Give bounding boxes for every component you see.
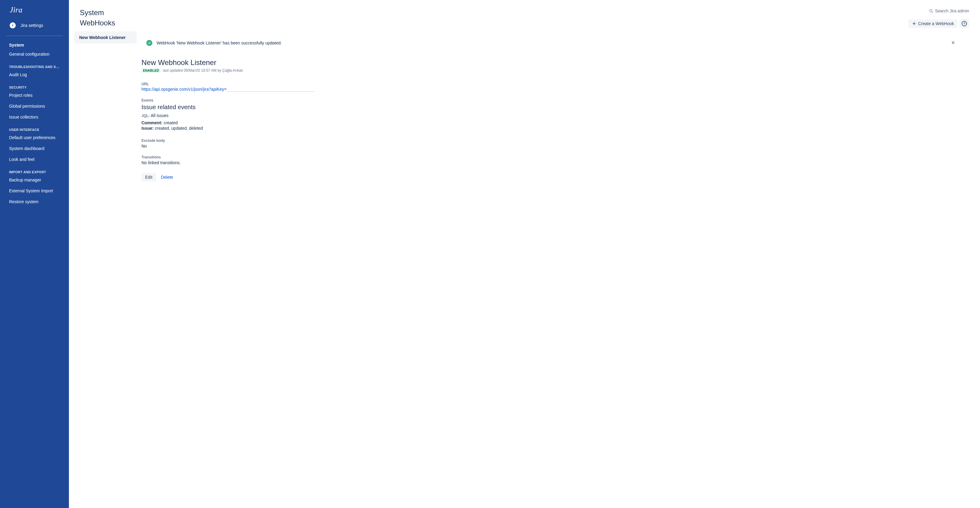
transitions-label: Transitions <box>142 155 969 159</box>
url-section: URL https://api.opsgenie.com/v1/json/jir… <box>142 82 969 92</box>
event-comment-value: created <box>164 120 178 125</box>
page-title: System <box>80 8 115 17</box>
help-button[interactable]: ? <box>959 19 969 29</box>
back-arrow-icon <box>10 22 16 29</box>
header-actions: Create a WebHook ? <box>908 19 969 29</box>
success-alert: WebHook 'New Webhook Listener' has been … <box>142 36 969 50</box>
page-header: System WebHooks Search Jira admin Create… <box>69 0 980 32</box>
nav-external-system-import[interactable]: External System Import <box>0 185 69 196</box>
page-subtitle: WebHooks <box>80 19 115 27</box>
webhook-list-item[interactable]: New Webhook Listener <box>74 32 137 43</box>
alert-content: WebHook 'New Webhook Listener' has been … <box>146 40 282 46</box>
nav-heading-troubleshooting: TROUBLESHOOTING AND SUPP… <box>0 60 69 69</box>
app-root: Jira Jira settings System General config… <box>0 0 980 508</box>
jql-label: JQL: <box>142 114 150 118</box>
create-webhook-label: Create a WebHook <box>918 21 954 26</box>
content-row: New Webhook Listener WebHook 'New Webhoo… <box>69 32 980 508</box>
back-to-settings[interactable]: Jira settings <box>0 19 69 32</box>
admin-search[interactable]: Search Jira admin <box>929 8 969 13</box>
alert-close-button[interactable] <box>951 39 955 46</box>
help-icon: ? <box>962 21 967 26</box>
close-icon <box>951 40 955 45</box>
event-issue-label: Issue: <box>142 126 154 131</box>
sidebar-divider <box>6 36 63 36</box>
event-row-issue: Issue: created, updated, deleted <box>142 126 969 131</box>
nav-heading-ui: USER INTERFACE <box>0 123 69 132</box>
nav-issue-collectors[interactable]: Issue collectors <box>0 111 69 123</box>
search-icon <box>929 9 933 13</box>
events-label: Events <box>142 98 969 102</box>
nav-heading-security: SECURITY <box>0 80 69 90</box>
nav-audit-log[interactable]: Audit Log <box>0 69 69 80</box>
nav-system-dashboard[interactable]: System dashboard <box>0 143 69 154</box>
header-right: Search Jira admin Create a WebHook ? <box>908 8 969 29</box>
events-group-title: Issue related events <box>142 104 969 111</box>
nav-default-user-prefs[interactable]: Default user preferences <box>0 132 69 143</box>
url-masked-segment <box>227 87 314 92</box>
jql-row: JQL: All issues <box>142 113 969 118</box>
nav-global-permissions[interactable]: Global permissions <box>0 101 69 111</box>
nav-general-configuration[interactable]: General configuration <box>0 49 69 60</box>
nav-backup-manager[interactable]: Backup manager <box>0 175 69 185</box>
create-webhook-button[interactable]: Create a WebHook <box>908 19 958 28</box>
status-badge: ENABLED <box>142 68 161 73</box>
search-placeholder: Search Jira admin <box>935 8 969 13</box>
jql-value: All issues <box>151 113 169 118</box>
sidebar: Jira Jira settings System General config… <box>0 0 69 508</box>
events-section: Events Issue related events JQL: All iss… <box>142 98 969 131</box>
sidebar-section-title[interactable]: System <box>0 40 69 49</box>
nav-restore-system[interactable]: Restore system <box>0 196 69 207</box>
exclude-body-label: Exclude body <box>142 139 969 143</box>
plus-icon <box>912 21 916 26</box>
exclude-body-section: Exclude body No <box>142 139 969 148</box>
header-titles: System WebHooks <box>80 8 115 27</box>
nav-project-roles[interactable]: Project roles <box>0 90 69 101</box>
webhook-title: New Webhook Listener <box>142 58 969 67</box>
app-logo: Jira <box>0 0 69 18</box>
url-row: https://api.opsgenie.com/v1/json/jira?ap… <box>142 87 969 92</box>
check-circle-icon <box>146 40 152 46</box>
edit-button[interactable]: Edit <box>142 173 156 182</box>
webhook-url-link[interactable]: https://api.opsgenie.com/v1/json/jira?ap… <box>142 87 226 92</box>
transitions-value: No linked transitions. <box>142 160 969 165</box>
main-content: System WebHooks Search Jira admin Create… <box>69 0 980 508</box>
url-label: URL <box>142 82 969 86</box>
event-issue-value: created, updated, deleted <box>155 126 203 131</box>
nav-heading-import-export: IMPORT AND EXPORT <box>0 165 69 175</box>
action-row: Edit Delete <box>142 173 969 182</box>
exclude-body-value: No <box>142 143 969 148</box>
webhook-list: New Webhook Listener <box>74 32 137 508</box>
webhook-detail-pane: WebHook 'New Webhook Listener' has been … <box>137 32 980 508</box>
webhook-meta: ENABLED last updated 05/Mar/20 10:57 AM … <box>142 68 969 73</box>
delete-button[interactable]: Delete <box>160 173 174 182</box>
event-row-comment: Comment: created <box>142 120 969 125</box>
detail-title-row: New Webhook Listener ENABLED last update… <box>142 58 969 73</box>
event-comment-label: Comment: <box>142 120 162 125</box>
nav-look-and-feel[interactable]: Look and feel <box>0 154 69 165</box>
transitions-section: Transitions No linked transitions. <box>142 155 969 165</box>
alert-message: WebHook 'New Webhook Listener' has been … <box>157 40 282 45</box>
last-updated-text: last updated 05/Mar/20 10:57 AM by Çağla… <box>163 68 243 73</box>
back-label: Jira settings <box>21 23 43 28</box>
